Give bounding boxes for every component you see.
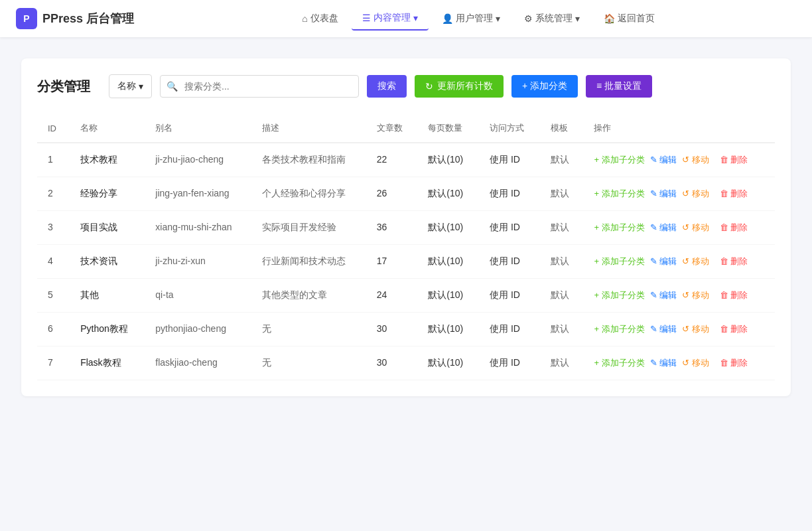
delete-link[interactable]: 🗑 删除 xyxy=(720,188,748,200)
refresh-icon: ↻ xyxy=(425,81,433,92)
col-count: 文章数 xyxy=(366,114,418,143)
move-link[interactable]: ↺ 移动 xyxy=(682,154,709,166)
cell-actions: + 添加子分类 ✎ 编辑 ↺ 移动 🗑 删除 xyxy=(583,143,775,177)
move-link[interactable]: ↺ 移动 xyxy=(682,323,709,335)
nav-home[interactable]: 🏠 返回首页 xyxy=(593,7,665,30)
table-row: 5 其他 qi-ta 其他类型的文章 24 默认(10) 使用 ID 默认 + … xyxy=(37,279,775,313)
cell-template: 默认 xyxy=(540,245,584,279)
move-link[interactable]: ↺ 移动 xyxy=(682,188,709,200)
cell-id: 5 xyxy=(37,279,70,313)
add-child-link[interactable]: + 添加子分类 xyxy=(594,357,644,369)
table-body: 1 技术教程 ji-zhu-jiao-cheng 各类技术教程和指南 22 默认… xyxy=(37,143,775,380)
delete-link[interactable]: 🗑 删除 xyxy=(720,256,748,267)
move-link[interactable]: ↺ 移动 xyxy=(682,222,709,234)
edit-link[interactable]: ✎ 编辑 xyxy=(650,256,677,267)
table-row: 1 技术教程 ji-zhu-jiao-cheng 各类技术教程和指南 22 默认… xyxy=(37,143,775,177)
col-perpage: 每页数量 xyxy=(417,114,479,143)
nav-system[interactable]: ⚙ 系统管理 ▾ xyxy=(513,7,590,30)
cell-access: 使用 ID xyxy=(479,177,540,211)
cell-name: Flask教程 xyxy=(70,346,145,380)
edit-link[interactable]: ✎ 编辑 xyxy=(650,289,677,301)
add-child-link[interactable]: + 添加子分类 xyxy=(594,323,644,335)
col-name: 名称 xyxy=(70,114,145,143)
edit-link[interactable]: ✎ 编辑 xyxy=(650,188,677,200)
add-child-link[interactable]: + 添加子分类 xyxy=(594,222,644,234)
edit-link[interactable]: ✎ 编辑 xyxy=(650,222,677,234)
cell-count: 17 xyxy=(366,245,418,279)
cell-alias: qi-ta xyxy=(145,279,251,313)
cell-alias: flaskjiao-cheng xyxy=(145,346,251,380)
cell-template: 默认 xyxy=(540,346,584,380)
nav-dashboard[interactable]: ⌂ 仪表盘 xyxy=(291,7,348,30)
cell-desc: 实际项目开发经验 xyxy=(251,211,366,245)
cell-count: 30 xyxy=(366,313,418,346)
move-link[interactable]: ↺ 移动 xyxy=(682,256,709,267)
table-row: 6 Python教程 pythonjiao-cheng 无 30 默认(10) … xyxy=(37,313,775,346)
refresh-button[interactable]: ↻ 更新所有计数 xyxy=(415,75,504,98)
back-icon: 🏠 xyxy=(604,13,615,24)
cell-alias: ji-zhu-zi-xun xyxy=(145,245,251,279)
delete-link[interactable]: 🗑 删除 xyxy=(720,154,748,166)
toolbar: 分类管理 名称 ▾ 🔍 搜索 ↻ 更新所有计数 + 添加分类 ≡ 批量设置 xyxy=(37,74,775,98)
cell-count: 36 xyxy=(366,211,418,245)
header: P PPress 后台管理 ⌂ 仪表盘 ☰ 内容管理 ▾ 👤 用户管理 ▾ ⚙ … xyxy=(0,0,812,37)
cell-count: 22 xyxy=(366,143,418,177)
chevron-down-icon: ▾ xyxy=(575,13,580,24)
cell-name: 技术资讯 xyxy=(70,245,145,279)
delete-link[interactable]: 🗑 删除 xyxy=(720,357,748,369)
cell-template: 默认 xyxy=(540,177,584,211)
col-actions: 操作 xyxy=(583,114,775,143)
cell-count: 30 xyxy=(366,346,418,380)
delete-link[interactable]: 🗑 删除 xyxy=(720,222,748,234)
home-icon: ⌂ xyxy=(302,13,307,24)
edit-link[interactable]: ✎ 编辑 xyxy=(650,357,677,369)
cell-access: 使用 ID xyxy=(479,279,540,313)
add-child-link[interactable]: + 添加子分类 xyxy=(594,188,644,200)
search-icon: 🔍 xyxy=(167,81,178,92)
add-child-link[interactable]: + 添加子分类 xyxy=(594,289,644,301)
logo-icon: P xyxy=(16,8,37,29)
cell-count: 26 xyxy=(366,177,418,211)
app-logo[interactable]: P PPress 后台管理 xyxy=(16,8,134,29)
edit-link[interactable]: ✎ 编辑 xyxy=(650,154,677,166)
table-header: ID 名称 别名 描述 文章数 每页数量 访问方式 模板 操作 xyxy=(37,114,775,143)
nav-content[interactable]: ☰ 内容管理 ▾ xyxy=(352,7,429,31)
delete-link[interactable]: 🗑 删除 xyxy=(720,323,748,335)
cell-actions: + 添加子分类 ✎ 编辑 ↺ 移动 🗑 删除 xyxy=(583,177,775,211)
page-card: 分类管理 名称 ▾ 🔍 搜索 ↻ 更新所有计数 + 添加分类 ≡ 批量设置 xyxy=(21,58,791,396)
nav-user[interactable]: 👤 用户管理 ▾ xyxy=(431,7,511,30)
batch-settings-button[interactable]: ≡ 批量设置 xyxy=(586,75,652,98)
table-row: 3 项目实战 xiang-mu-shi-zhan 实际项目开发经验 36 默认(… xyxy=(37,211,775,245)
cell-access: 使用 ID xyxy=(479,245,540,279)
user-icon: 👤 xyxy=(442,13,453,24)
cell-perpage: 默认(10) xyxy=(417,143,479,177)
cell-name: 项目实战 xyxy=(70,211,145,245)
col-desc: 描述 xyxy=(251,114,366,143)
cell-id: 1 xyxy=(37,143,70,177)
content-icon: ☰ xyxy=(362,13,371,23)
filter-select[interactable]: 名称 ▾ xyxy=(109,74,152,98)
add-child-link[interactable]: + 添加子分类 xyxy=(594,154,644,166)
search-input[interactable] xyxy=(160,75,359,98)
cell-template: 默认 xyxy=(540,143,584,177)
table-row: 7 Flask教程 flaskjiao-cheng 无 30 默认(10) 使用… xyxy=(37,346,775,380)
search-button[interactable]: 搜索 xyxy=(367,75,407,98)
edit-link[interactable]: ✎ 编辑 xyxy=(650,323,677,335)
cell-alias: pythonjiao-cheng xyxy=(145,313,251,346)
cell-perpage: 默认(10) xyxy=(417,279,479,313)
cell-id: 7 xyxy=(37,346,70,380)
move-link[interactable]: ↺ 移动 xyxy=(682,289,709,301)
cell-desc: 个人经验和心得分享 xyxy=(251,177,366,211)
add-category-button[interactable]: + 添加分类 xyxy=(511,75,578,98)
app-title: PPress 后台管理 xyxy=(42,11,134,27)
delete-link[interactable]: 🗑 删除 xyxy=(720,289,748,301)
add-child-link[interactable]: + 添加子分类 xyxy=(594,256,644,267)
chevron-down-icon: ▾ xyxy=(413,13,418,23)
move-link[interactable]: ↺ 移动 xyxy=(682,357,709,369)
cell-actions: + 添加子分类 ✎ 编辑 ↺ 移动 🗑 删除 xyxy=(583,211,775,245)
table-row: 4 技术资讯 ji-zhu-zi-xun 行业新闻和技术动态 17 默认(10)… xyxy=(37,245,775,279)
cell-desc: 无 xyxy=(251,313,366,346)
cell-desc: 各类技术教程和指南 xyxy=(251,143,366,177)
chevron-down-icon: ▾ xyxy=(496,13,500,24)
cell-alias: jing-yan-fen-xiang xyxy=(145,177,251,211)
